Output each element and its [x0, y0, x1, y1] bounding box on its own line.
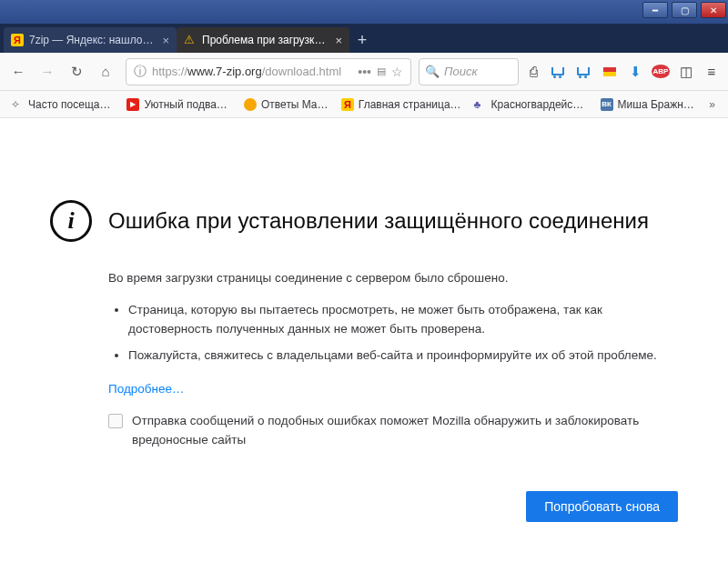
error-subtitle: Во время загрузки страницы соединение с … — [108, 269, 678, 288]
flame-icon: ♣ — [474, 98, 487, 111]
bookmark-krasnogvardeyskaya[interactable]: ♣ Красногвардейская ... — [469, 95, 593, 114]
cart-icon-1[interactable] — [548, 61, 570, 83]
bookmark-star-icon[interactable]: ☆ — [391, 65, 403, 79]
search-icon: 🔍 — [425, 65, 440, 78]
tab-error-page[interactable]: ⚠ Проблема при загрузке стра × — [177, 27, 349, 53]
warning-icon: ⚠ — [184, 34, 197, 46]
search-bar[interactable]: 🔍 Поиск — [419, 58, 519, 85]
info-icon: i — [50, 200, 92, 242]
reader-icon[interactable]: ▤ — [377, 65, 386, 77]
error-page-content: i Ошибка при установлении защищённого со… — [0, 118, 728, 540]
library-icon[interactable]: ⎙ — [522, 61, 544, 83]
ext-flag-icon[interactable] — [599, 61, 621, 83]
back-button[interactable]: ← — [5, 59, 31, 85]
bookmark-yandex[interactable]: Я Главная страница Ян... — [336, 95, 467, 114]
app-menu-icon[interactable]: ≡ — [701, 61, 723, 83]
cart-icon-2[interactable] — [573, 61, 595, 83]
error-bullet: Страница, которую вы пытаетесь просмотре… — [128, 301, 678, 339]
mailru-icon — [244, 98, 257, 111]
learn-more-link[interactable]: Подробнее… — [108, 382, 185, 396]
error-title: Ошибка при установлении защищённого соед… — [108, 208, 649, 234]
close-icon[interactable]: × — [162, 34, 169, 47]
bookmarks-toolbar: ✧ Часто посещаемые ▶ Уютный подвальчик О… — [0, 91, 728, 118]
home-button[interactable]: ⌂ — [93, 59, 118, 85]
youtube-icon: ▶ — [126, 98, 139, 111]
adblock-icon[interactable]: ABP — [650, 61, 672, 83]
close-icon[interactable]: × — [335, 34, 342, 47]
window-close-button[interactable]: ✕ — [701, 2, 726, 18]
reload-button[interactable]: ↻ — [64, 59, 89, 85]
tab-label: 7zip — Яндекс: нашлось 674 т — [29, 34, 157, 46]
error-bullet: Пожалуйста, свяжитесь с владельцами веб-… — [128, 346, 678, 366]
sparkle-icon: ✧ — [11, 98, 24, 111]
navigation-toolbar: ← → ↻ ⌂ ⓘ https://www.7-zip.org/download… — [0, 53, 728, 91]
yandex-icon: Я — [341, 98, 354, 111]
forward-button[interactable]: → — [35, 59, 60, 85]
report-checkbox[interactable] — [108, 414, 123, 428]
search-placeholder: Поиск — [444, 65, 478, 78]
error-bullet-list: Страница, которую вы пытаетесь просмотре… — [108, 301, 678, 366]
report-checkbox-label: Отправка сообщений о подобных ошибках по… — [132, 412, 678, 450]
window-minimize-button[interactable]: ━ — [642, 2, 668, 18]
downloads-icon[interactable]: ⬇ — [624, 61, 646, 83]
new-tab-button[interactable]: + — [349, 27, 375, 53]
url-text: https://www.7-zip.org/download.html — [152, 65, 352, 78]
bookmark-vk[interactable]: ВК Миша Бражников — [595, 95, 700, 114]
sidebar-icon[interactable]: ◫ — [675, 61, 697, 83]
site-info-icon[interactable]: ⓘ — [134, 64, 147, 80]
vk-icon: ВК — [601, 98, 613, 111]
tab-strip: Я 7zip — Яндекс: нашлось 674 т × ⚠ Пробл… — [0, 24, 728, 53]
bookmark-mailru[interactable]: Ответы Mail.Ru — [238, 95, 334, 114]
yandex-icon: Я — [11, 34, 24, 46]
bookmark-most-visited[interactable]: ✧ Часто посещаемые — [5, 95, 119, 114]
page-actions-icon[interactable]: ••• — [358, 65, 371, 79]
bookmark-youtube[interactable]: ▶ Уютный подвальчик — [121, 95, 237, 114]
bookmarks-overflow-button[interactable]: » — [702, 98, 723, 111]
retry-button[interactable]: Попробовать снова — [526, 491, 678, 522]
window-maximize-button[interactable]: ▢ — [672, 2, 697, 18]
address-bar[interactable]: ⓘ https://www.7-zip.org/download.html ••… — [126, 58, 411, 85]
tab-yandex[interactable]: Я 7zip — Яндекс: нашлось 674 т × — [4, 27, 177, 53]
tab-label: Проблема при загрузке стра — [202, 34, 329, 46]
window-titlebar: ━ ▢ ✕ — [0, 0, 728, 24]
